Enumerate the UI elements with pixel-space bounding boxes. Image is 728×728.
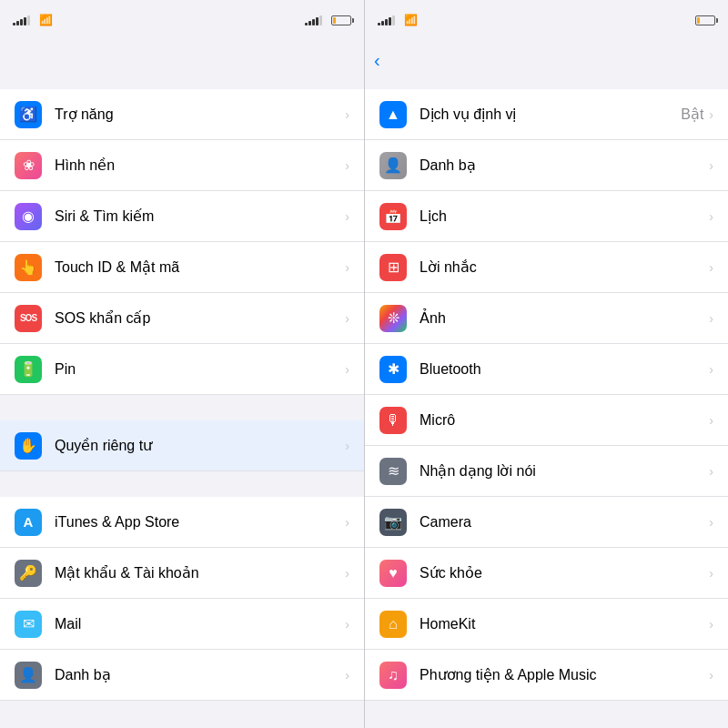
dich-vu-dinh-vi-value: Bật [681,106,703,123]
right-list: ▲Dịch vụ định vịBật›👤Danh bạ›📅Lịch›⊞Lời … [365,80,728,728]
micro-icon: 🎙 [379,407,407,434]
nhan-dang-loi-noi-chevron-icon: › [709,464,713,479]
danh-ba-label: Danh bạ [55,666,345,683]
suc-khoe-icon: ♥ [379,560,407,587]
settings-row-bluetooth[interactable]: ✱Bluetooth› [365,344,728,395]
settings-row-tro-nang[interactable]: ♿Trợ năng› [0,89,364,140]
signal-icon [13,15,30,25]
settings-row-phuong-tien[interactable]: ♫Phương tiện & Apple Music› [365,650,728,701]
itunes-icon: A [15,509,42,536]
anh-label: Ảnh [420,309,709,327]
group-spacer [0,395,364,420]
mat-khau-icon: 🔑 [15,560,42,587]
dich-vu-dinh-vi-icon: ▲ [379,101,407,128]
pin-label: Pin [55,361,345,378]
settings-row-danh-ba[interactable]: 👤Danh bạ› [0,650,364,701]
settings-row-camera[interactable]: 📷Camera› [365,497,728,548]
quyen-rieng-tu-icon: ✋ [15,432,42,460]
itunes-label: iTunes & App Store [55,514,345,531]
signal-right-left [305,15,322,25]
signal-icon-r [305,15,322,25]
group-spacer [365,80,728,89]
group-spacer [0,471,364,497]
tro-nang-label: Trợ năng [55,106,345,123]
quyen-rieng-tu-chevron-icon: › [345,439,349,453]
camera-label: Camera [420,514,709,531]
settings-row-pin[interactable]: 🔋Pin› [0,344,364,395]
nhan-dang-loi-noi-icon: ≋ [379,458,407,485]
hinh-nen-icon: ❀ [15,152,42,179]
settings-row-sos[interactable]: SOSSOS khẩn cấp› [0,293,364,344]
danh-ba-chevron-icon: › [709,158,713,173]
settings-row-mail[interactable]: ✉Mail› [0,599,364,650]
settings-row-itunes[interactable]: AiTunes & App Store› [0,497,364,548]
hinh-nen-label: Hình nền [55,157,345,174]
sos-label: SOS khẩn cấp [55,309,345,327]
tro-nang-icon: ♿ [15,101,42,128]
status-right-right [691,15,715,25]
settings-row-touch-id[interactable]: 👆Touch ID & Mật mã› [0,242,364,293]
status-left: 📶 [13,14,53,26]
settings-row-hinh-nen[interactable]: ❀Hình nền› [0,140,364,191]
micro-chevron-icon: › [709,413,713,428]
nav-back-button[interactable]: ‹ [374,52,383,69]
mail-label: Mail [55,616,345,632]
status-bar-left: 📶 [0,0,364,40]
anh-icon: ❊ [379,305,407,332]
status-right-left [305,15,351,25]
sos-chevron-icon: › [345,311,349,326]
status-left-right: 📶 [378,14,418,26]
quyen-rieng-tu-label: Quyền riêng tư [55,437,345,454]
settings-row-siri[interactable]: ◉Siri & Tìm kiếm› [0,191,364,242]
left-list: ♿Trợ năng›❀Hình nền›◉Siri & Tìm kiếm›👆To… [0,80,364,728]
group-spacer [0,80,364,89]
suc-khoe-chevron-icon: › [709,566,713,581]
mat-khau-label: Mật khẩu & Tài khoản [55,564,345,581]
settings-row-mat-khau[interactable]: 🔑Mật khẩu & Tài khoản› [0,548,364,599]
settings-row-dich-vu-dinh-vi[interactable]: ▲Dịch vụ định vịBật› [365,89,728,140]
pin-icon: 🔋 [15,356,42,383]
battery-icon-right [695,15,715,25]
battery-icon-left [331,15,351,25]
touch-id-icon: 👆 [15,254,42,281]
bluetooth-label: Bluetooth [420,361,709,378]
itunes-chevron-icon: › [345,515,349,530]
wifi-icon-right: 📶 [404,14,418,26]
settings-row-homekit[interactable]: ⌂HomeKit› [365,599,728,650]
settings-row-micro[interactable]: 🎙Micrô› [365,395,728,446]
bluetooth-chevron-icon: › [709,362,713,377]
siri-chevron-icon: › [345,209,349,224]
settings-row-anh[interactable]: ❊Ảnh› [365,293,728,344]
wifi-icon-left: 📶 [39,14,53,26]
lich-label: Lịch [420,207,709,225]
danh-ba-chevron-icon: › [345,668,349,682]
dich-vu-dinh-vi-label: Dịch vụ định vị [420,106,681,123]
hinh-nen-chevron-icon: › [345,158,349,173]
sos-icon: SOS [15,305,42,332]
nav-bar-right: ‹ [365,40,728,80]
back-chevron-icon: ‹ [374,51,380,69]
mail-icon: ✉ [15,611,42,638]
mat-khau-chevron-icon: › [345,566,349,581]
phuong-tien-label: Phương tiện & Apple Music [420,666,709,683]
signal-icon-right [378,15,395,25]
pin-chevron-icon: › [345,362,349,377]
status-bar-right: 📶 [365,0,728,40]
loi-nhac-icon: ⊞ [379,254,407,281]
touch-id-label: Touch ID & Mật mã [55,258,345,276]
settings-row-nhan-dang-loi-noi[interactable]: ≋Nhận dạng lời nói› [365,446,728,497]
settings-row-quyen-rieng-tu[interactable]: ✋Quyền riêng tư› [0,420,364,471]
homekit-chevron-icon: › [709,617,713,632]
settings-row-danh-ba[interactable]: 👤Danh bạ› [365,140,728,191]
camera-chevron-icon: › [709,515,713,530]
loi-nhac-chevron-icon: › [709,260,713,275]
settings-row-loi-nhac[interactable]: ⊞Lời nhắc› [365,242,728,293]
settings-row-lich[interactable]: 📅Lịch› [365,191,728,242]
settings-row-suc-khoe[interactable]: ♥Sức khỏe› [365,548,728,599]
micro-label: Micrô [420,412,709,429]
homekit-icon: ⌂ [379,611,407,638]
bluetooth-icon: ✱ [379,356,407,383]
phuong-tien-icon: ♫ [379,662,407,689]
loi-nhac-label: Lời nhắc [420,258,709,276]
phuong-tien-chevron-icon: › [709,668,713,682]
